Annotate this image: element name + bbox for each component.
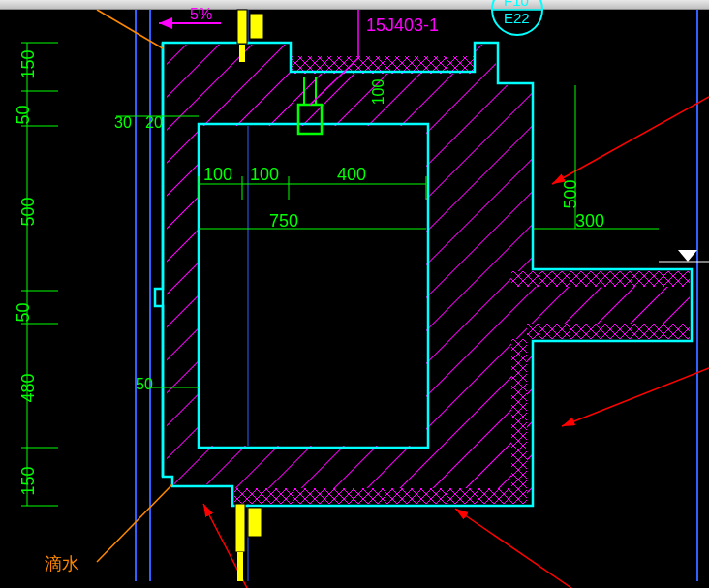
svg-rect-5 <box>237 10 247 44</box>
red-leader-2 <box>562 368 709 426</box>
slope-label: 5% <box>190 6 212 23</box>
dim-150b: 150 <box>18 466 39 495</box>
red-leader-3 <box>455 509 571 588</box>
svg-rect-10 <box>237 552 243 581</box>
slope-arrow-head <box>159 17 172 29</box>
dim-480: 480 <box>18 373 39 402</box>
dim-top-ticks <box>199 176 426 200</box>
drawing-canvas[interactable] <box>0 0 709 588</box>
leader-top-left <box>97 10 163 48</box>
dim-750: 750 <box>269 211 298 232</box>
bubble-top: F10 <box>504 0 529 9</box>
dim-50a: 50 <box>14 105 34 124</box>
dim-50b: 50 <box>14 302 34 322</box>
dim-500: 500 <box>18 197 39 226</box>
svg-rect-6 <box>250 14 263 39</box>
dim-r100: 100 <box>370 79 387 106</box>
svg-rect-8 <box>235 504 245 552</box>
svg-rect-9 <box>248 508 262 537</box>
inner-outline <box>199 124 428 448</box>
dim-20: 20 <box>145 114 163 132</box>
left-face <box>155 43 163 477</box>
dim-100a: 100 <box>203 165 232 185</box>
dim-150t: 150 <box>18 49 39 78</box>
bubble-bottom: E22 <box>504 10 530 26</box>
dim-50in: 50 <box>136 376 153 393</box>
elevation-triangle <box>678 250 697 262</box>
dim-100b: 100 <box>250 165 279 185</box>
doc-ref: 15J403-1 <box>366 15 439 36</box>
drip-label: 滴水 <box>45 552 79 575</box>
insulation-bottom <box>234 488 527 504</box>
dim-r500: 500 <box>561 179 581 208</box>
dim-30: 30 <box>114 114 132 132</box>
dim-400: 400 <box>337 165 366 185</box>
svg-rect-7 <box>239 45 245 62</box>
dim-300: 300 <box>575 211 604 232</box>
